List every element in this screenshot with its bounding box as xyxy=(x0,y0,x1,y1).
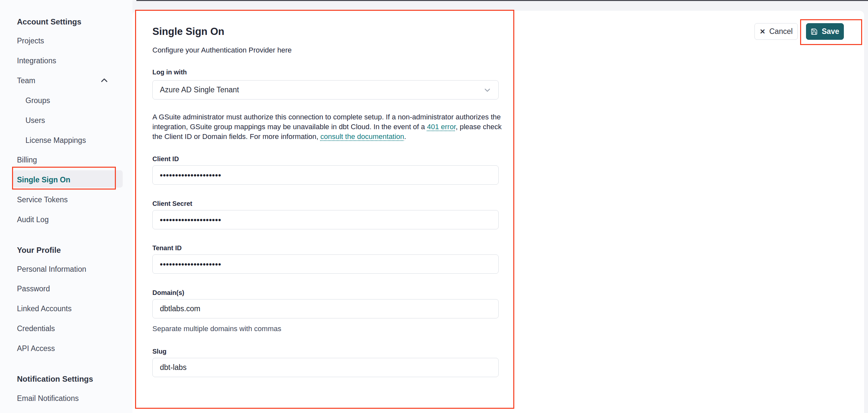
domains-label: Domain(s) xyxy=(152,289,184,296)
chevron-up-icon[interactable] xyxy=(100,76,108,85)
sidebar-header-notification-settings: Notification Settings xyxy=(17,374,93,384)
sidebar-item-integrations[interactable]: Integrations xyxy=(17,56,56,65)
sidebar-item-groups[interactable]: Groups xyxy=(26,96,50,105)
chevron-down-icon xyxy=(483,86,492,95)
page-subtitle: Configure your Authentication Provider h… xyxy=(152,46,292,55)
top-border-line xyxy=(136,0,868,1)
sidebar-item-single-sign-on[interactable]: Single Sign On xyxy=(17,175,70,184)
slug-label: Slug xyxy=(152,347,166,355)
save-button-label: Save xyxy=(822,27,839,36)
sidebar-item-team[interactable]: Team xyxy=(17,76,35,85)
client-id-input[interactable] xyxy=(152,165,499,185)
sidebar-item-license-mappings[interactable]: License Mappings xyxy=(26,136,86,145)
sidebar-item-projects[interactable]: Projects xyxy=(17,36,44,45)
cancel-button-label: Cancel xyxy=(770,27,793,36)
slug-input[interactable] xyxy=(152,358,499,377)
cancel-button[interactable]: ✕ Cancel xyxy=(754,23,798,40)
save-button[interactable]: Save xyxy=(806,23,844,40)
sidebar-item-billing[interactable]: Billing xyxy=(17,155,37,164)
sidebar-item-api-access[interactable]: API Access xyxy=(17,344,55,353)
sidebar-item-service-tokens[interactable]: Service Tokens xyxy=(17,195,68,204)
link-401-error[interactable]: 401 error xyxy=(427,123,456,131)
sidebar-header-account-settings: Account Settings xyxy=(17,17,81,27)
auth-provider-select[interactable]: Azure AD Single Tenant xyxy=(152,80,499,99)
sidebar-item-email-notifications[interactable]: Email Notifications xyxy=(17,394,79,403)
client-id-label: Client ID xyxy=(152,155,179,163)
login-with-label: Log in with xyxy=(152,68,187,76)
sidebar-item-credentials[interactable]: Credentials xyxy=(17,324,55,333)
sidebar-item-audit-log[interactable]: Audit Log xyxy=(17,215,49,224)
sidebar-item-users[interactable]: Users xyxy=(26,116,45,125)
sidebar-item-password[interactable]: Password xyxy=(17,284,50,293)
sidebar-item-personal-information[interactable]: Personal Information xyxy=(17,264,86,274)
domains-input[interactable] xyxy=(152,299,499,318)
domains-helper-text: Separate multiple domains with commas xyxy=(152,325,281,333)
sidebar-header-your-profile: Your Profile xyxy=(17,245,61,255)
page-title: Single Sign On xyxy=(152,26,224,38)
client-secret-input[interactable] xyxy=(152,210,499,229)
auth-provider-selected-value: Azure AD Single Tenant xyxy=(160,86,239,94)
tenant-id-input[interactable] xyxy=(152,254,499,274)
note-text: . xyxy=(404,132,406,140)
close-icon: ✕ xyxy=(760,28,766,35)
save-icon xyxy=(811,28,818,35)
sidebar-item-linked-accounts[interactable]: Linked Accounts xyxy=(17,304,72,313)
client-secret-label: Client Secret xyxy=(152,200,192,208)
link-consult-documentation[interactable]: consult the documentation xyxy=(320,132,404,140)
gsuite-admin-note: A GSuite administrator must authorize th… xyxy=(152,112,503,141)
sidebar: Account Settings Projects Integrations T… xyxy=(0,0,132,413)
tenant-id-label: Tenant ID xyxy=(152,244,182,252)
